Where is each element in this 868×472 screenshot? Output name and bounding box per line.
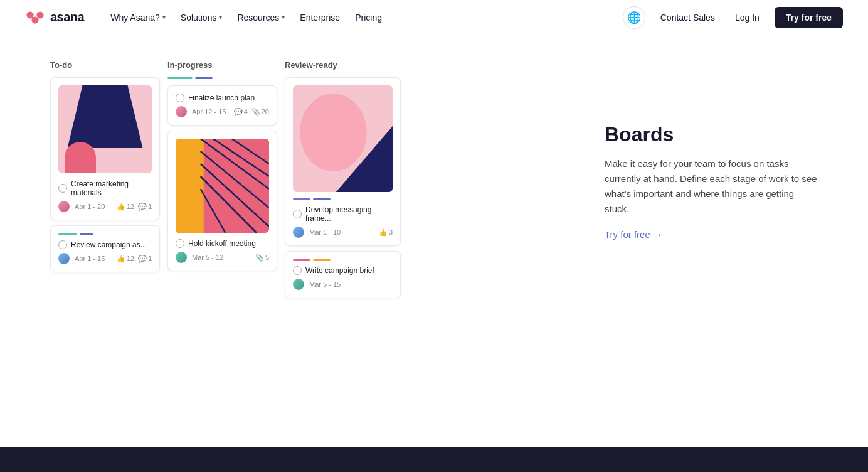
svg-rect-4	[176, 139, 204, 233]
nav-resources[interactable]: Resources ▾	[231, 9, 291, 26]
task-meta: Mar 1 - 10 👍 3	[293, 227, 393, 238]
comment-icon: 💬	[138, 203, 147, 211]
color-bars	[293, 198, 393, 200]
task-meta: Apr 1 - 15 👍 12 💬 1	[58, 253, 152, 264]
bar-blue	[195, 77, 213, 79]
login-button[interactable]: Log In	[730, 9, 765, 26]
comments-count: 💬 4	[234, 108, 248, 116]
attachments-count: 📎 20	[251, 108, 269, 116]
card-art-3	[293, 85, 393, 192]
columns-wrapper: To-do Create marketing materials	[50, 60, 401, 303]
task-title: Hold kickoff meeting	[188, 239, 256, 248]
footer	[0, 447, 868, 472]
task-card: Finalize launch plan Apr 12 - 15 💬 4 📎	[167, 85, 277, 126]
logo[interactable]: asana	[25, 8, 84, 28]
card-art-2	[176, 139, 269, 233]
color-bars	[293, 259, 393, 261]
chevron-down-icon: ▾	[282, 14, 285, 21]
bar-purple	[293, 198, 310, 200]
avatar	[176, 106, 187, 117]
task-checkbox[interactable]	[176, 94, 184, 102]
task-meta: Mar 5 - 15	[293, 279, 393, 290]
bar-orange	[313, 259, 331, 261]
comments-count: 💬 1	[138, 203, 152, 211]
avatar	[293, 279, 304, 290]
task-title-row: Develop messaging frame...	[293, 205, 393, 223]
navbar-right: 🌐 Contact Sales Log In Try for free	[623, 6, 843, 29]
task-title: Write campaign brief	[305, 266, 374, 275]
nav-pricing[interactable]: Pricing	[349, 9, 388, 26]
try-for-free-link[interactable]: Try for free →	[605, 229, 662, 240]
bar-teal	[58, 233, 77, 235]
nav-solutions[interactable]: Solutions ▾	[174, 9, 229, 26]
art-svg	[176, 139, 269, 233]
task-checkbox[interactable]	[293, 210, 302, 218]
meta-icons: 👍 3	[379, 228, 393, 237]
language-selector-button[interactable]: 🌐	[623, 6, 645, 29]
meta-icons: 📎 5	[255, 254, 269, 262]
task-title-row: Create marketing materials	[58, 180, 152, 197]
task-date: Apr 1 - 20	[75, 203, 105, 210]
task-meta: Mar 5 - 12 📎 5	[176, 252, 269, 263]
contact-sales-link[interactable]: Contact Sales	[655, 9, 720, 26]
task-card-image	[176, 139, 269, 233]
task-date: Mar 1 - 10	[309, 228, 341, 236]
avatar	[176, 252, 187, 263]
attachments-count: 📎 5	[255, 254, 269, 262]
art-shape	[65, 142, 96, 173]
meta-icons: 👍 12 💬 1	[117, 255, 152, 263]
task-date: Mar 5 - 12	[192, 254, 223, 261]
asana-logo-icon	[25, 8, 45, 28]
task-title: Develop messaging frame...	[305, 205, 393, 223]
attachment-icon: 📎	[251, 108, 260, 116]
bar-teal	[167, 77, 193, 79]
boards-title: Boards	[605, 123, 818, 146]
inprogress-column-label: In-progress	[167, 60, 277, 70]
task-meta: Apr 12 - 15 💬 4 📎 20	[176, 106, 269, 117]
main-content: To-do Create marketing materials	[0, 35, 868, 328]
nav-enterprise[interactable]: Enterprise	[294, 9, 346, 26]
try-free-button[interactable]: Try for free	[775, 7, 843, 28]
chevron-down-icon: ▾	[219, 14, 222, 21]
task-card-image	[58, 85, 152, 173]
comment-icon: 💬	[234, 108, 243, 116]
task-card: Hold kickoff meeting Mar 5 - 12 📎 5	[167, 131, 277, 271]
likes-count: 👍 3	[379, 228, 393, 237]
task-date: Mar 5 - 15	[309, 281, 341, 288]
todo-column: To-do Create marketing materials	[50, 60, 160, 277]
logo-text: asana	[50, 10, 84, 24]
color-bars	[58, 233, 152, 235]
task-card: Develop messaging frame... Mar 1 - 10 👍 …	[285, 77, 401, 246]
task-checkbox[interactable]	[58, 184, 67, 193]
task-title-row: Finalize launch plan	[176, 94, 269, 102]
meta-icons: 💬 4 📎 20	[234, 108, 269, 116]
avatar	[293, 227, 304, 238]
task-title: Review campaign as...	[71, 240, 147, 249]
todo-column-label: To-do	[50, 60, 160, 70]
task-meta: Apr 1 - 20 👍 12 💬 1	[58, 201, 152, 212]
navbar-left: asana Why Asana? ▾ Solutions ▾ Resources…	[25, 8, 388, 28]
avatar	[58, 201, 70, 212]
comments-count: 💬 1	[138, 255, 152, 263]
review-column-label: Review-ready	[285, 60, 401, 70]
task-checkbox[interactable]	[176, 239, 184, 248]
bar-blue	[80, 233, 93, 235]
boards-visual: To-do Create marketing materials	[50, 60, 567, 303]
navbar: asana Why Asana? ▾ Solutions ▾ Resources…	[0, 0, 868, 35]
task-title-row: Write campaign brief	[293, 266, 393, 275]
meta-icons: 👍 12 💬 1	[117, 203, 152, 211]
thumbs-up-icon: 👍	[117, 203, 125, 211]
card-art-1	[58, 85, 152, 173]
inprogress-column: In-progress Finalize launch plan Apr 12 …	[167, 60, 277, 276]
review-column: Review-ready	[285, 60, 401, 303]
task-checkbox[interactable]	[293, 266, 302, 275]
nav-why-asana[interactable]: Why Asana? ▾	[104, 9, 172, 26]
svg-point-0	[31, 16, 38, 23]
task-checkbox[interactable]	[58, 240, 67, 249]
svg-point-1	[26, 11, 33, 18]
attachment-icon: 📎	[255, 254, 264, 262]
thumbs-up-icon: 👍	[117, 255, 125, 263]
task-title-row: Hold kickoff meeting	[176, 239, 269, 248]
ip-bars	[167, 77, 277, 79]
svg-point-2	[36, 11, 43, 18]
